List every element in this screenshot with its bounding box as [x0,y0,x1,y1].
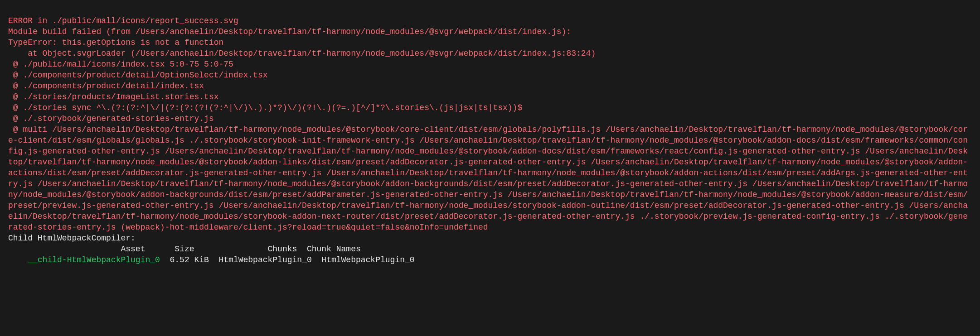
error-line: at Object.svgrLoader (/Users/anchaelin/D… [8,49,596,58]
error-trace-line: @ ./stories sync ^\.(?:(?:^|\/|(?:(?:(?!… [8,103,522,112]
error-trace-line: @ ./public/mall/icons/index.tsx 5:0-75 5… [8,60,233,69]
terminal-output[interactable]: ERROR in ./public/mall/icons/report_succ… [0,0,980,270]
error-line: Module build failed (from /Users/anchael… [8,27,571,36]
asset-name: __child-HtmlWebpackPlugin_0 [8,255,160,264]
compiler-header: Child HtmlWebpackCompiler: [8,234,136,243]
asset-details: 6.52 KiB HtmlWebpackPlugin_0 HtmlWebpack… [160,255,415,264]
error-trace-line: @ ./.storybook/generated-stories-entry.j… [8,114,214,123]
error-line: TypeError: this.getOptions is not a func… [8,38,223,47]
error-trace-line: @ multi /Users/anchaelin/Desktop/travelf… [8,125,968,232]
error-trace-line: @ ./stories/products/ImageList.stories.t… [8,92,219,101]
compiler-columns: Asset Size Chunks Chunk Names [8,245,361,254]
error-trace-line: @ ./components/product/detail/index.tsx [8,82,204,91]
error-line: ERROR in ./public/mall/icons/report_succ… [8,16,238,25]
error-trace-line: @ ./components/product/detail/OptionSele… [8,71,268,80]
